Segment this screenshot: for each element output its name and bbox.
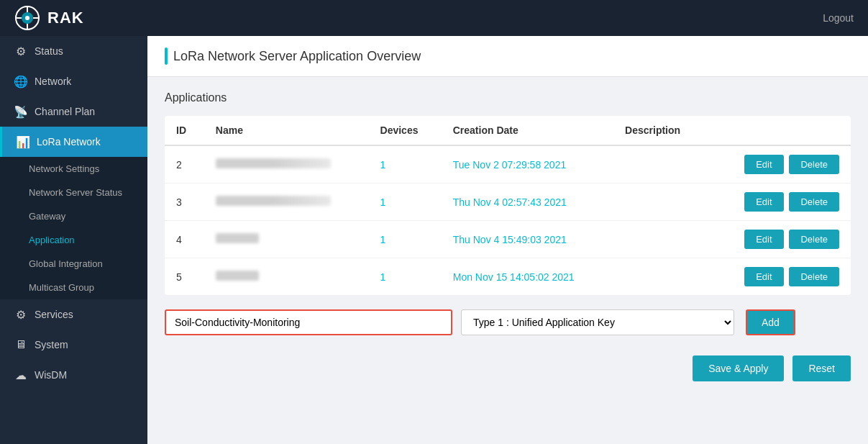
svg-point-2 [25, 16, 29, 20]
delete-button[interactable]: Delete [789, 230, 839, 249]
applications-table: ID Name Devices Creation Date Descriptio… [165, 116, 851, 295]
cell-name [204, 258, 369, 296]
app-header: RAK Logout [0, 0, 868, 36]
sidebar-subitem-multicast-group[interactable]: Multicast Group [0, 276, 147, 299]
services-icon: ⚙ [14, 308, 27, 321]
col-id: ID [165, 116, 204, 145]
rak-logo-icon [14, 5, 40, 31]
applications-table-container: ID Name Devices Creation Date Descriptio… [165, 116, 851, 295]
edit-button[interactable]: Edit [744, 230, 783, 249]
sidebar-subitem-network-server-status[interactable]: Network Server Status [0, 181, 147, 204]
cell-actions: Edit Delete [707, 221, 851, 258]
channel-icon: 📡 [14, 105, 27, 118]
save-apply-button[interactable]: Save & Apply [693, 355, 784, 381]
logo-text: RAK [47, 9, 84, 27]
cell-date: Mon Nov 15 14:05:02 2021 [442, 258, 613, 296]
wisdm-icon: ☁ [14, 368, 27, 381]
cell-id: 3 [165, 184, 204, 221]
table-row: 5 1 Mon Nov 15 14:05:02 2021 Edit Delete [165, 258, 851, 296]
lora-icon: 📊 [17, 135, 29, 148]
sidebar-item-label: Network [35, 76, 71, 87]
table-header-row: ID Name Devices Creation Date Descriptio… [165, 116, 851, 145]
table-row: 3 1 Thu Nov 4 02:57:43 2021 Edit Delete [165, 184, 851, 221]
cell-date: Thu Nov 4 15:49:03 2021 [442, 221, 613, 258]
cell-date: Thu Nov 4 02:57:43 2021 [442, 184, 613, 221]
cell-description [613, 145, 707, 184]
cell-name [204, 145, 369, 184]
cell-description [613, 184, 707, 221]
cell-actions: Edit Delete [707, 145, 851, 184]
cell-id: 4 [165, 221, 204, 258]
sidebar-item-network[interactable]: 🌐 Network [0, 66, 147, 96]
col-actions [707, 116, 851, 145]
reset-button[interactable]: Reset [792, 355, 851, 381]
sidebar-item-lora-network[interactable]: 📊 LoRa Network [0, 127, 147, 157]
main-layout: ⚙ Status 🌐 Network 📡 Channel Plan 📊 LoRa… [0, 36, 868, 444]
cell-name [204, 184, 369, 221]
cell-devices[interactable]: 1 [369, 145, 442, 184]
sidebar-subitem-application[interactable]: Application [0, 228, 147, 252]
add-button[interactable]: Add [746, 309, 795, 335]
sidebar-item-label: Status [35, 45, 63, 57]
logout-link[interactable]: Logout [823, 12, 854, 24]
sidebar-item-label: LoRa Network [37, 136, 101, 148]
cell-actions: Edit Delete [707, 258, 851, 296]
sidebar-item-label: Services [35, 309, 73, 320]
footer-actions: Save & Apply Reset [165, 355, 851, 393]
sidebar-subitem-gateway[interactable]: Gateway [0, 204, 147, 228]
page-title: LoRa Network Server Application Overview [173, 49, 421, 64]
col-description: Description [613, 116, 707, 145]
cell-devices[interactable]: 1 [369, 184, 442, 221]
sidebar-item-label: WisDM [35, 369, 67, 381]
application-type-select[interactable]: Type 1 : Unified Application KeyType 2 :… [461, 309, 734, 335]
section-title: Applications [165, 91, 851, 104]
sidebar-submenu: Network Settings Network Server Status G… [0, 157, 147, 299]
table-row: 4 1 Thu Nov 4 15:49:03 2021 Edit Delete [165, 221, 851, 258]
sidebar-subitem-network-settings[interactable]: Network Settings [0, 157, 147, 181]
cell-description [613, 221, 707, 258]
edit-button[interactable]: Edit [744, 155, 783, 174]
col-devices: Devices [369, 116, 442, 145]
content-body: Applications ID Name Devices Creation Da… [147, 77, 868, 407]
sidebar-item-system[interactable]: 🖥 System [0, 330, 147, 360]
content-area: LoRa Network Server Application Overview… [147, 36, 868, 444]
cell-devices[interactable]: 1 [369, 258, 442, 296]
sidebar-subitem-global-integration[interactable]: Global Integration [0, 252, 147, 276]
edit-button[interactable]: Edit [744, 192, 783, 212]
status-icon: ⚙ [14, 45, 27, 58]
col-creation-date: Creation Date [442, 116, 613, 145]
sidebar-item-label: System [35, 339, 68, 350]
header-accent-bar [165, 47, 168, 65]
logo: RAK [14, 5, 84, 31]
cell-devices[interactable]: 1 [369, 221, 442, 258]
network-icon: 🌐 [14, 75, 27, 88]
cell-id: 2 [165, 145, 204, 184]
edit-button[interactable]: Edit [744, 267, 783, 286]
cell-name [204, 221, 369, 258]
add-application-row: Type 1 : Unified Application KeyType 2 :… [165, 307, 851, 338]
sidebar-item-label: Channel Plan [35, 106, 95, 117]
application-name-input[interactable] [165, 309, 452, 335]
page-header: LoRa Network Server Application Overview [147, 36, 868, 77]
cell-actions: Edit Delete [707, 184, 851, 221]
system-icon: 🖥 [14, 338, 27, 351]
sidebar-item-status[interactable]: ⚙ Status [0, 36, 147, 66]
col-name: Name [204, 116, 369, 145]
cell-description [613, 258, 707, 296]
delete-button[interactable]: Delete [789, 155, 839, 174]
cell-date: Tue Nov 2 07:29:58 2021 [442, 145, 613, 184]
cell-id: 5 [165, 258, 204, 296]
sidebar: ⚙ Status 🌐 Network 📡 Channel Plan 📊 LoRa… [0, 36, 147, 444]
table-row: 2 1 Tue Nov 2 07:29:58 2021 Edit Delete [165, 145, 851, 184]
delete-button[interactable]: Delete [789, 267, 839, 286]
sidebar-item-wisdm[interactable]: ☁ WisDM [0, 360, 147, 390]
sidebar-item-channel-plan[interactable]: 📡 Channel Plan [0, 96, 147, 127]
sidebar-item-services[interactable]: ⚙ Services [0, 299, 147, 330]
delete-button[interactable]: Delete [789, 192, 839, 212]
